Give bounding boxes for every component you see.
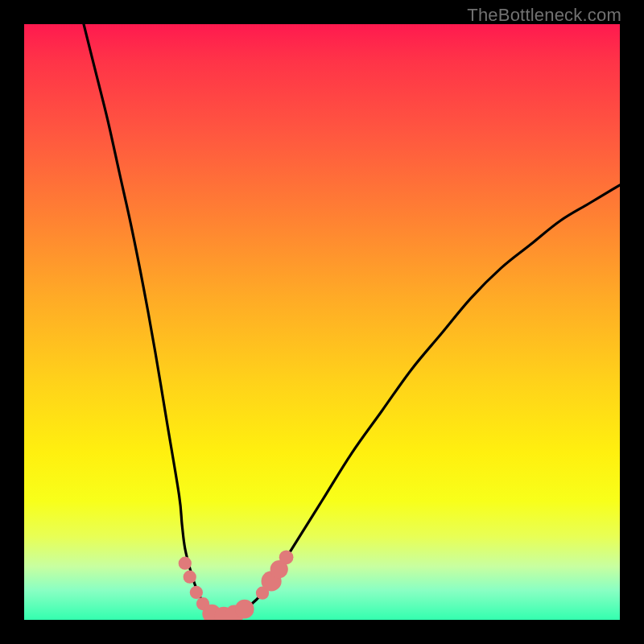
chart-plot-area [24, 24, 620, 620]
marker-dot [179, 557, 192, 570]
marker-dot [184, 571, 196, 584]
marker-dot [279, 550, 294, 564]
marker-dot [235, 600, 254, 619]
chart-svg [24, 24, 620, 620]
marker-dot [190, 586, 203, 599]
curve-left [84, 24, 221, 617]
watermark-text: TheBottleneck.com [467, 5, 621, 26]
curve-right [221, 185, 620, 617]
